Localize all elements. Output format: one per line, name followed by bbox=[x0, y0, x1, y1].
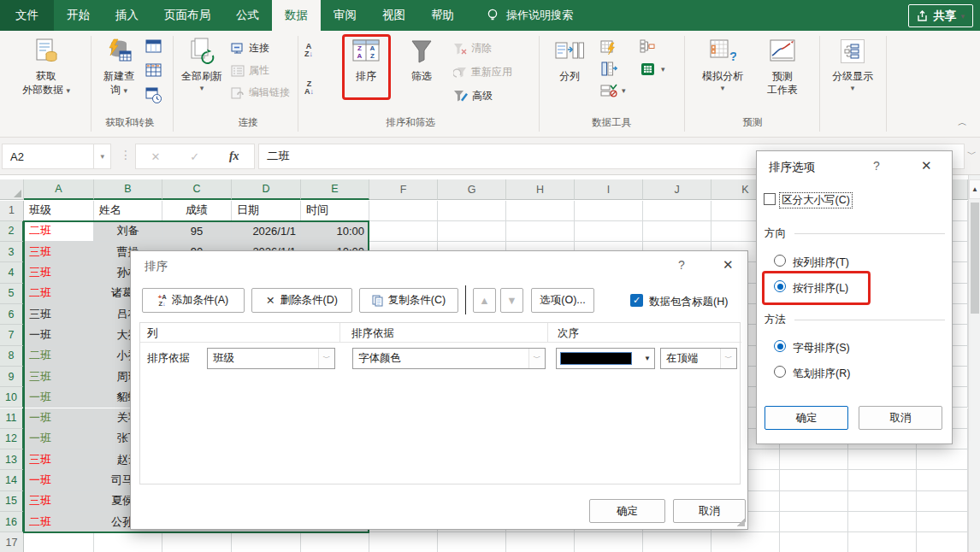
tab-view[interactable]: 视图 bbox=[369, 0, 418, 31]
cell-A12[interactable]: 一班 bbox=[24, 429, 94, 449]
outline-button[interactable]: 分级显示 ▾ bbox=[824, 36, 881, 93]
options-cancel-button[interactable]: 取消 bbox=[859, 406, 942, 430]
column-header-A[interactable]: A bbox=[24, 179, 94, 200]
sort-ascending-button[interactable]: AZ↓ bbox=[304, 43, 313, 58]
tab-file[interactable]: 文件 bbox=[0, 0, 54, 31]
cell-M15[interactable] bbox=[848, 491, 917, 512]
column-header-B[interactable]: B bbox=[94, 179, 162, 200]
cell-A10[interactable]: 一班 bbox=[24, 387, 94, 408]
sort-options-close-icon[interactable]: ✕ bbox=[921, 158, 932, 173]
cell-M16[interactable] bbox=[848, 512, 917, 532]
forecast-sheet-button[interactable]: 预测 工作表 bbox=[756, 36, 809, 97]
sort-by-row-radio[interactable] bbox=[774, 280, 786, 292]
formula-bar-expand-icon[interactable]: ﹀ bbox=[967, 148, 977, 161]
cell-D17[interactable] bbox=[232, 532, 301, 552]
cell-M13[interactable] bbox=[848, 449, 917, 470]
sort-column-select[interactable]: 班级 ﹀ bbox=[207, 348, 335, 369]
cell-N14[interactable] bbox=[917, 470, 968, 490]
cell-A14[interactable]: 一班 bbox=[24, 470, 94, 490]
advanced-filter-item[interactable]: 高级 bbox=[453, 89, 493, 103]
cell-E1[interactable]: 时间 bbox=[301, 201, 369, 221]
cell-A8[interactable]: 二班 bbox=[24, 346, 94, 367]
column-header-D[interactable]: D bbox=[232, 179, 301, 200]
row-header-10[interactable]: 10 bbox=[0, 387, 24, 408]
column-header-G[interactable]: G bbox=[438, 179, 506, 200]
tab-home[interactable]: 开始 bbox=[54, 0, 103, 31]
cell-N17[interactable] bbox=[917, 532, 968, 552]
resize-grip[interactable] bbox=[736, 518, 745, 526]
cell-N16[interactable] bbox=[917, 512, 968, 532]
order-dropdown-icon[interactable]: ﹀ bbox=[720, 349, 736, 368]
cell-A1[interactable]: 班级 bbox=[24, 201, 94, 221]
sort-ok-button[interactable]: 确定 bbox=[589, 499, 665, 523]
connections-item[interactable]: 连接 bbox=[231, 41, 269, 56]
cell-A4[interactable]: 三班 bbox=[24, 262, 94, 283]
cell-L13[interactable] bbox=[780, 449, 848, 470]
delete-condition-button[interactable]: ✕ 删除条件(D) bbox=[251, 288, 352, 313]
sort-column-dropdown-icon[interactable]: ﹀ bbox=[318, 349, 334, 368]
cell-J1[interactable] bbox=[643, 201, 711, 221]
cell-L16[interactable] bbox=[780, 512, 848, 532]
cell-K17[interactable] bbox=[711, 532, 780, 552]
cell-A16[interactable]: 二班 bbox=[24, 512, 94, 532]
cell-A6[interactable]: 三班 bbox=[24, 304, 94, 325]
collapse-ribbon-icon[interactable]: ︿ bbox=[958, 116, 967, 129]
cell-B17[interactable] bbox=[94, 532, 162, 552]
copy-condition-button[interactable]: 复制条件(C) bbox=[359, 288, 458, 313]
cell-A17[interactable] bbox=[24, 532, 94, 552]
sort-dialog-help-icon[interactable]: ? bbox=[678, 258, 685, 272]
cell-C17[interactable] bbox=[162, 532, 232, 552]
filter-button[interactable]: 筛选 bbox=[398, 36, 445, 84]
sort-options-button[interactable]: 选项(O)... bbox=[531, 288, 594, 313]
vertical-scrollbar[interactable]: ▲ bbox=[968, 175, 980, 552]
cell-H1[interactable] bbox=[506, 201, 575, 221]
cell-A3[interactable]: 三班 bbox=[24, 242, 94, 262]
text-to-columns-button[interactable]: 分列 bbox=[546, 36, 593, 84]
row-header-2[interactable]: 2 bbox=[0, 221, 24, 242]
column-header-E[interactable]: E bbox=[301, 179, 369, 200]
column-header-J[interactable]: J bbox=[643, 179, 711, 200]
scrollbar-thumb[interactable] bbox=[971, 203, 979, 314]
row-header-11[interactable]: 11 bbox=[0, 408, 24, 429]
case-sensitive-checkbox[interactable] bbox=[764, 193, 776, 205]
column-header-F[interactable]: F bbox=[369, 179, 438, 200]
sort-button[interactable]: ZAAZ 排序 bbox=[340, 36, 392, 84]
column-header-C[interactable]: C bbox=[162, 179, 232, 200]
sort-by-column-radio[interactable] bbox=[774, 255, 786, 267]
cell-A7[interactable]: 一班 bbox=[24, 325, 94, 345]
name-box-dropdown-icon[interactable]: ▾ bbox=[93, 144, 110, 168]
cell-J17[interactable] bbox=[643, 532, 711, 552]
add-condition-button[interactable]: +AZ↓ 添加条件(A) bbox=[142, 288, 245, 313]
column-header-I[interactable]: I bbox=[575, 179, 643, 200]
has-headers-checkbox[interactable]: ✓ bbox=[630, 294, 643, 307]
cell-N13[interactable] bbox=[917, 449, 968, 470]
cell-M14[interactable] bbox=[848, 470, 917, 490]
row-header-5[interactable]: 5 bbox=[0, 284, 24, 304]
sort-stroke-radio[interactable] bbox=[774, 366, 786, 378]
row-header-7[interactable]: 7 bbox=[0, 325, 24, 345]
cell-A9[interactable]: 三班 bbox=[24, 367, 94, 387]
cell-H17[interactable] bbox=[506, 532, 575, 552]
cell-D2[interactable]: 2026/1/1 bbox=[232, 221, 301, 242]
tab-page-layout[interactable]: 页面布局 bbox=[151, 0, 223, 31]
cell-G2[interactable] bbox=[438, 221, 506, 242]
new-query-button[interactable]: 新建查 询 ▾ bbox=[94, 36, 144, 97]
row-header-16[interactable]: 16 bbox=[0, 512, 24, 532]
cell-F2[interactable] bbox=[369, 221, 438, 242]
color-dropdown-icon[interactable]: ▼ bbox=[644, 355, 654, 362]
data-validation-icon[interactable]: ▾ bbox=[600, 84, 626, 97]
cell-N15[interactable] bbox=[917, 491, 968, 512]
sort-dialog-close-icon[interactable]: ✕ bbox=[723, 257, 734, 273]
cell-C1[interactable]: 成绩 bbox=[162, 201, 232, 221]
sort-alphabetic-radio[interactable] bbox=[774, 340, 786, 352]
row-header-14[interactable]: 14 bbox=[0, 470, 24, 490]
cell-G17[interactable] bbox=[438, 532, 506, 552]
row-header-9[interactable]: 9 bbox=[0, 367, 24, 387]
cell-A2[interactable]: 二班 bbox=[24, 221, 94, 242]
cell-L15[interactable] bbox=[780, 491, 848, 512]
cell-B1[interactable]: 姓名 bbox=[94, 201, 162, 221]
cell-I17[interactable] bbox=[575, 532, 643, 552]
scroll-up-icon[interactable]: ▲ bbox=[969, 179, 980, 199]
cell-H2[interactable] bbox=[506, 221, 575, 242]
row-header-8[interactable]: 8 bbox=[0, 346, 24, 367]
